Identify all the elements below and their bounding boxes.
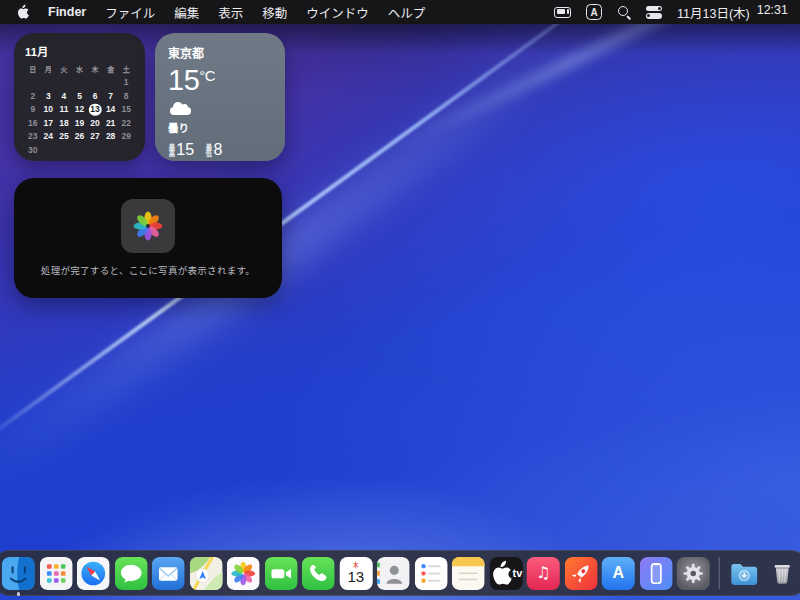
downloads-folder-icon bbox=[728, 557, 761, 590]
dock-item-maps[interactable] bbox=[189, 557, 222, 590]
dock-item-facetime[interactable] bbox=[264, 557, 297, 590]
dock-item-photos[interactable] bbox=[227, 557, 260, 590]
dock-item-contacts[interactable] bbox=[377, 557, 410, 590]
calendar-cell: 30 bbox=[25, 144, 41, 158]
calendar-month-label: 11月 bbox=[25, 43, 134, 59]
calendar-cell: 12 bbox=[72, 103, 88, 117]
menu-bar-status: A 11月13日(木) 12:31 bbox=[554, 3, 800, 22]
menu-item-help[interactable]: ヘルプ bbox=[388, 3, 426, 22]
input-source-icon[interactable]: A bbox=[586, 4, 602, 20]
gear-icon bbox=[677, 557, 710, 590]
weather-temp-unit: °C bbox=[199, 67, 215, 84]
iphone-mirroring-icon bbox=[639, 557, 672, 590]
calendar-cell: 7 bbox=[103, 90, 119, 104]
dock-item-reminders[interactable] bbox=[414, 557, 447, 590]
app-store-icon: A bbox=[602, 557, 635, 590]
dock-item-app-store[interactable]: A bbox=[602, 557, 635, 590]
calendar-day-header: 火 bbox=[56, 64, 72, 74]
safari-icon bbox=[77, 557, 110, 590]
dock-item-phone[interactable] bbox=[302, 557, 335, 590]
app-store-letter: A bbox=[612, 564, 624, 582]
calendar-cell bbox=[87, 76, 103, 90]
calendar-cell bbox=[118, 144, 134, 158]
menubar-date: 11月13日(木) bbox=[677, 3, 750, 22]
calendar-cell: 24 bbox=[41, 130, 57, 144]
tv-label: tv bbox=[512, 568, 522, 579]
dock-item-calendar[interactable]: 木 13 bbox=[339, 557, 372, 590]
calendar-widget[interactable]: 11月 日月火水木金土 1234567891011121314151617181… bbox=[14, 33, 145, 161]
dock-item-trash[interactable] bbox=[765, 557, 798, 590]
menu-item-edit[interactable]: 編集 bbox=[174, 3, 199, 22]
menu-item-view[interactable]: 表示 bbox=[218, 3, 243, 22]
calendar-cell bbox=[103, 144, 119, 158]
apple-logo-icon bbox=[16, 4, 29, 20]
phone-icon bbox=[302, 557, 335, 590]
menubar-clock[interactable]: 11月13日(木) 12:31 bbox=[677, 3, 788, 22]
menu-item-file[interactable]: ファイル bbox=[105, 3, 155, 22]
calendar-day-headers: 日月火水木金土 bbox=[25, 64, 134, 74]
calendar-cell bbox=[72, 144, 88, 158]
apple-menu[interactable] bbox=[16, 4, 29, 20]
dock-item-messages[interactable] bbox=[114, 557, 147, 590]
spotlight-search-icon[interactable] bbox=[617, 5, 631, 19]
dock-item-finder[interactable] bbox=[2, 557, 35, 590]
weather-high-low: 最高 15 最低 8 bbox=[168, 141, 272, 159]
dock-item-notes[interactable] bbox=[452, 557, 485, 590]
games-rocket-icon bbox=[564, 557, 597, 590]
menu-item-window[interactable]: ウインドウ bbox=[306, 3, 369, 22]
calendar-cell: 19 bbox=[72, 117, 88, 131]
dock-item-games[interactable] bbox=[564, 557, 597, 590]
control-center-pill bbox=[646, 6, 662, 12]
calendar-dock-icon: 木 13 bbox=[339, 557, 372, 590]
weather-widget[interactable]: 東京都 15 °C 曇り 最高 15 最低 8 bbox=[155, 33, 285, 161]
calendar-day-header: 水 bbox=[72, 64, 88, 74]
dock-item-mail[interactable] bbox=[152, 557, 185, 590]
weather-high-label: 最高 bbox=[168, 144, 174, 157]
dock-item-downloads[interactable] bbox=[728, 557, 761, 590]
dock-item-iphone-mirroring[interactable] bbox=[639, 557, 672, 590]
notes-icon bbox=[452, 557, 485, 590]
calendar-cell: 2 bbox=[25, 90, 41, 104]
menu-item-go[interactable]: 移動 bbox=[262, 3, 287, 22]
weather-location: 東京都 bbox=[168, 44, 272, 61]
calendar-cell: 20 bbox=[87, 117, 103, 131]
cloud-icon bbox=[170, 107, 191, 115]
calendar-cell: 17 bbox=[41, 117, 57, 131]
weather-low-value: 8 bbox=[213, 141, 222, 159]
dock-item-music[interactable]: ♫ bbox=[527, 557, 560, 590]
photos-widget[interactable]: 処理が完了すると、ここに写真が表示されます。 bbox=[14, 178, 282, 298]
photos-widget-message: 処理が完了すると、ここに写真が表示されます。 bbox=[41, 263, 255, 277]
calendar-cell: 16 bbox=[25, 117, 41, 131]
dock-item-system-settings[interactable] bbox=[677, 557, 710, 590]
menu-item-finder[interactable]: Finder bbox=[48, 5, 86, 19]
weather-temperature: 15 °C bbox=[168, 64, 272, 97]
calendar-dock-day: 13 bbox=[347, 569, 364, 585]
dock: 木 13 bbox=[0, 550, 800, 596]
dock-item-safari[interactable] bbox=[77, 557, 110, 590]
calendar-cell: 8 bbox=[118, 90, 134, 104]
maps-icon bbox=[189, 557, 222, 590]
calendar-cell: 25 bbox=[56, 130, 72, 144]
display-icon[interactable] bbox=[554, 7, 571, 18]
calendar-day-header: 日 bbox=[25, 64, 41, 74]
control-center-icon[interactable] bbox=[646, 5, 662, 19]
calendar-cell: 4 bbox=[56, 90, 72, 104]
menu-bar-left: Finder ファイル 編集 表示 移動 ウインドウ ヘルプ bbox=[0, 3, 425, 22]
calendar-day-header: 金 bbox=[103, 64, 119, 74]
calendar-day-header: 木 bbox=[87, 64, 103, 74]
dock-separator bbox=[718, 557, 719, 589]
calendar-day-header: 土 bbox=[118, 64, 134, 74]
music-icon: ♫ bbox=[527, 557, 560, 590]
calendar-grid: 1234567891011121314151617181920212223242… bbox=[25, 76, 134, 157]
weather-condition: 曇り bbox=[168, 120, 272, 135]
calendar-cell: 23 bbox=[25, 130, 41, 144]
dock-item-launchpad[interactable] bbox=[39, 557, 72, 590]
dock-item-tv[interactable]: tv bbox=[489, 557, 522, 590]
calendar-cell: 6 bbox=[87, 90, 103, 104]
reminders-icon bbox=[414, 557, 447, 590]
calendar-cell: 1 bbox=[118, 76, 134, 90]
apple-logo-small-icon bbox=[489, 557, 511, 590]
contacts-icon bbox=[377, 557, 410, 590]
calendar-cell: 15 bbox=[118, 103, 134, 117]
menu-bar: Finder ファイル 編集 表示 移動 ウインドウ ヘルプ A 11月13日(… bbox=[0, 0, 800, 24]
